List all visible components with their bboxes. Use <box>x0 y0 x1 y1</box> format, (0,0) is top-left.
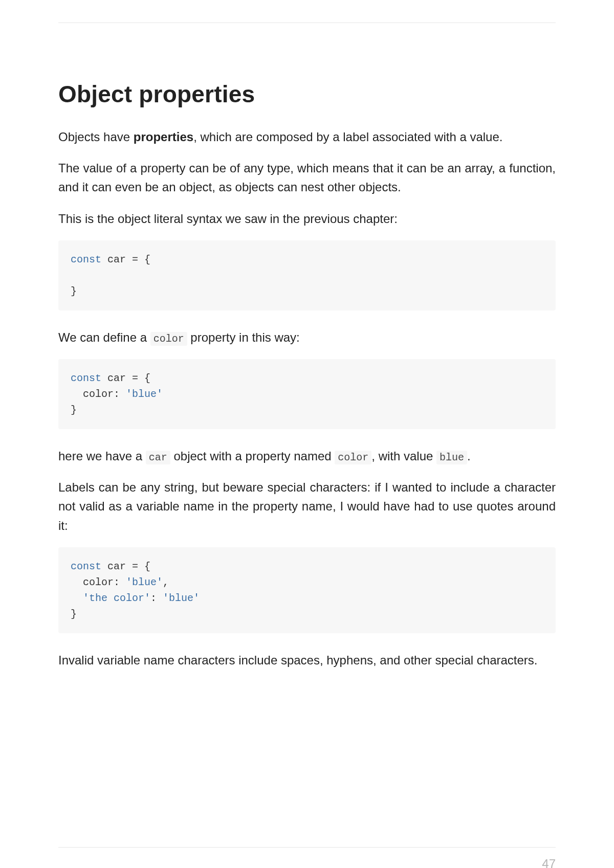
text: here we have a <box>58 449 146 463</box>
code-keyword: const <box>71 254 101 265</box>
code-text: car = { <box>101 561 150 572</box>
code-text: , <box>163 576 169 588</box>
text: object with a property named <box>170 449 335 463</box>
code-keyword: const <box>71 372 101 384</box>
code-text <box>71 592 83 604</box>
paragraph-5: here we have a car object with a propert… <box>58 447 556 465</box>
paragraph-4: We can define a color property in this w… <box>58 328 556 347</box>
code-block-2: const car = { color: 'blue' } <box>58 359 556 429</box>
code-text: color: <box>71 388 126 400</box>
code-text: } <box>71 285 77 297</box>
paragraph-6: Labels can be any string, but beware spe… <box>58 478 556 535</box>
paragraph-3: This is the object literal syntax we saw… <box>58 209 556 228</box>
inline-code: color <box>150 332 187 346</box>
code-text: car = { <box>101 372 150 384</box>
text: , which are composed by a label associat… <box>193 130 502 144</box>
text: property in this way: <box>187 330 300 344</box>
paragraph-7: Invalid variable name characters include… <box>58 651 556 670</box>
code-block-1: const car = { } <box>58 240 556 310</box>
text: We can define a <box>58 330 150 344</box>
text: . <box>467 449 471 463</box>
code-string: 'blue' <box>126 388 163 400</box>
inline-code: car <box>146 451 170 464</box>
code-keyword: const <box>71 561 101 572</box>
bold-word: properties <box>134 130 193 144</box>
code-text: car = { <box>101 254 150 265</box>
text: Objects have <box>58 130 134 144</box>
bottom-rule <box>58 847 556 848</box>
page-heading: Object properties <box>58 80 556 108</box>
page-number: 47 <box>542 857 556 868</box>
paragraph-2: The value of a property can be of any ty… <box>58 159 556 196</box>
code-block-3: const car = { color: 'blue', 'the color'… <box>58 547 556 633</box>
code-string: 'blue' <box>126 576 163 588</box>
code-text: } <box>71 608 77 620</box>
inline-code: color <box>335 451 371 464</box>
code-string: 'blue' <box>163 592 200 604</box>
inline-code: blue <box>436 451 467 464</box>
top-rule <box>58 23 556 23</box>
paragraph-1: Objects have properties, which are compo… <box>58 127 556 146</box>
document-page: Object properties Objects have propertie… <box>0 23 614 868</box>
text: , with value <box>371 449 436 463</box>
code-text: : <box>150 592 163 604</box>
code-string: 'the color' <box>83 592 150 604</box>
code-text: } <box>71 404 77 416</box>
code-text: color: <box>71 576 126 588</box>
